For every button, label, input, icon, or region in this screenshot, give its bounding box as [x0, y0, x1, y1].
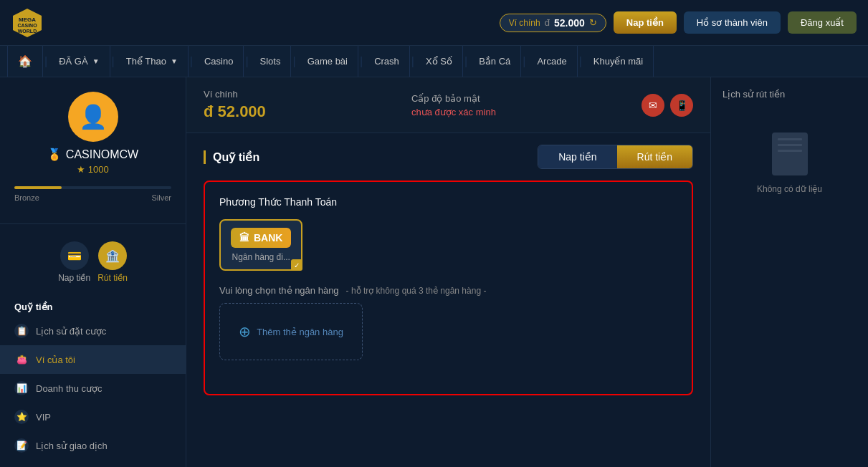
nav: 🏠 | ĐÃ GÀ ▼ | Thể Thao ▼ | Casino | Slot… [0, 46, 868, 77]
svg-text:WORLD: WORLD [18, 29, 37, 34]
svg-text:CASINO: CASINO [17, 23, 37, 28]
no-data-text: Không có dữ liệu [757, 184, 822, 194]
bank-name: Ngân hàng đi... [232, 252, 290, 262]
choose-bank-hint: - hỗ trợ không quá 3 thẻ ngân hàng - [346, 286, 487, 296]
sidebar: 👤 🏅 CASINOMCW ★ 1000 Bronze Silver 💳 [0, 77, 186, 467]
nav-home[interactable]: 🏠 [7, 46, 43, 77]
wallet-amount: 52.000 [554, 17, 585, 29]
vicuatoi-icon: 👛 [14, 352, 29, 367]
nav-arcade-label: Arcade [537, 56, 566, 67]
nav-casino[interactable]: Casino [194, 46, 244, 77]
username: CASINOMCW [66, 148, 138, 161]
nav-thethao-label: Thể Thao [126, 56, 166, 67]
nav-banca[interactable]: Bắn Cá [469, 46, 521, 77]
wallet-info-label: Ví chính [204, 89, 266, 100]
section-title: Quỹ tiền [204, 150, 259, 164]
wallet-label: Ví chính [509, 18, 540, 28]
nav-slots-label: Slots [260, 56, 281, 67]
main-layout: 👤 🏅 CASINOMCW ★ 1000 Bronze Silver 💳 [0, 77, 868, 467]
bank-label: BANK [254, 232, 282, 244]
content: Ví chính đ 52.000 Cấp độ bảo mật chưa đư… [186, 77, 710, 467]
sidebar-item-doanhthu[interactable]: 📊 Doanh thu cược [0, 374, 186, 403]
chevron-down-icon: ▼ [92, 57, 100, 65]
nav-xoso[interactable]: Xổ Số [416, 46, 463, 77]
header-right: Ví chính đ 52.000 ↻ Nap tiền Hồ sơ thành… [500, 11, 857, 34]
vip-label: VIP [36, 412, 51, 423]
sidebar-ruttien-label: Rút tiền [97, 273, 128, 283]
nav-khuyenmai-label: Khuyến mãi [593, 56, 643, 67]
lichsugiaodich-label: Lịch sử giao dịch [36, 440, 108, 451]
nav-crash-label: Crash [374, 56, 399, 67]
nav-daga[interactable]: ĐÃ GÀ ▼ [49, 46, 110, 77]
bank-logo: 🏛 BANK [231, 228, 291, 248]
nav-khuyenmai[interactable]: Khuyến mãi [583, 46, 654, 77]
security-label: Cấp độ bảo mật [411, 93, 496, 104]
sidebar-ruttien-btn[interactable]: 🏦 Rút tiền [97, 241, 128, 283]
stars: ★ 1000 [77, 164, 109, 175]
ruttien-icon: 🏦 [98, 241, 127, 270]
vicuatoi-label: Ví của tôi [36, 355, 75, 365]
logo-icon: MEGA CASINO WORLD [11, 7, 43, 39]
progress-silver: Silver [151, 193, 171, 202]
wallet-badge: Ví chính đ 52.000 ↻ [500, 14, 606, 32]
vip-badge: 🏅 CASINOMCW [47, 148, 138, 161]
progress-labels: Bronze Silver [14, 193, 171, 202]
doanhthu-label: Doanh thu cược [36, 383, 102, 394]
naptien-icon: 💳 [60, 241, 89, 270]
header: MEGA CASINO WORLD Ví chính đ 52.000 ↻ Na… [0, 0, 868, 46]
wallet-info-right: Cấp độ bảo mật chưa được xác minh [411, 93, 496, 117]
choose-label-text: Vui lòng chọn thẻ ngân hàng [219, 285, 339, 296]
bank-icon: 🏛 [239, 232, 249, 244]
avatar: 👤 [68, 92, 118, 142]
phone-icon-btn[interactable]: 📱 [670, 94, 693, 117]
lichsudatcuoc-label: Lịch sử đặt cược [36, 326, 106, 337]
wallet-info-left: Ví chính đ 52.000 [204, 89, 266, 121]
nav-crash[interactable]: Crash [364, 46, 410, 77]
tab-naptien[interactable]: Nap tiền [538, 145, 616, 168]
wallet-info-bar: Ví chính đ 52.000 Cấp độ bảo mật chưa đư… [186, 77, 710, 133]
payment-section: Phương Thức Thanh Toán 🏛 BANK Ngân hàng … [204, 180, 693, 395]
plus-icon: ⊕ [239, 323, 251, 340]
nav-xoso-label: Xổ Số [426, 56, 452, 67]
lichsugiaodich-icon: 📝 [14, 438, 29, 453]
right-panel: Lịch sử rút tiền Không có dữ liệu [710, 77, 868, 467]
hoso-button[interactable]: Hồ sơ thành viên [684, 11, 781, 34]
add-bank-label: Thêm thẻ ngân hàng [257, 327, 343, 337]
lichsudatcuoc-icon: 📋 [14, 324, 29, 338]
tab-buttons: Nap tiền Rút tiền [538, 145, 693, 169]
doanhthu-icon: 📊 [14, 381, 29, 395]
sidebar-item-vicuatoi[interactable]: 👛 Ví của tôi [0, 345, 186, 374]
mail-icon-btn[interactable]: ✉ [642, 94, 664, 117]
progress-section: Bronze Silver [14, 175, 171, 209]
no-data-section: Không có dữ liệu [722, 111, 857, 216]
sidebar-item-lichsudatcuoc[interactable]: 📋 Lịch sử đặt cược [0, 317, 186, 345]
nav-slots[interactable]: Slots [250, 46, 292, 77]
document-icon [772, 133, 808, 175]
add-bank-card[interactable]: ⊕ Thêm thẻ ngân hàng [219, 303, 363, 360]
home-icon: 🏠 [18, 54, 32, 68]
sidebar-naptien-label: Nap tiền [58, 273, 90, 283]
wallet-info-amount: đ 52.000 [204, 102, 266, 121]
nav-banca-label: Bắn Cá [479, 56, 510, 67]
sidebar-naptien-btn[interactable]: 💳 Nap tiền [58, 241, 90, 283]
sidebar-section-title: Quỹ tiền [0, 294, 186, 317]
sidebar-item-vip[interactable]: ⭐ VIP [0, 403, 186, 431]
nav-daga-label: ĐÃ GÀ [59, 56, 87, 67]
logo: MEGA CASINO WORLD [11, 7, 43, 39]
progress-bronze: Bronze [14, 193, 39, 202]
tab-ruttien[interactable]: Rút tiền [617, 145, 692, 168]
bank-card[interactable]: 🏛 BANK Ngân hàng đi... ✓ [219, 219, 302, 271]
naptien-button[interactable]: Nap tiền [614, 11, 677, 34]
nav-casino-label: Casino [204, 56, 233, 67]
nav-arcade[interactable]: Arcade [527, 46, 577, 77]
sidebar-wallet-btns: 💳 Nap tiền 🏦 Rút tiền [14, 241, 171, 283]
progress-bar [14, 186, 171, 189]
right-panel-title: Lịch sử rút tiền [722, 89, 857, 100]
dangxuat-button[interactable]: Đăng xuất [788, 11, 857, 34]
nav-thethao[interactable]: Thể Thao ▼ [116, 46, 189, 77]
vip-icon: 🏅 [47, 148, 62, 161]
sidebar-item-lichsugiaodich[interactable]: 📝 Lịch sử giao dịch [0, 431, 186, 460]
refresh-icon[interactable]: ↻ [589, 17, 597, 28]
nav-gamebai[interactable]: Game bài [297, 46, 358, 77]
wallet-info-icons: ✉ 📱 [642, 94, 693, 117]
